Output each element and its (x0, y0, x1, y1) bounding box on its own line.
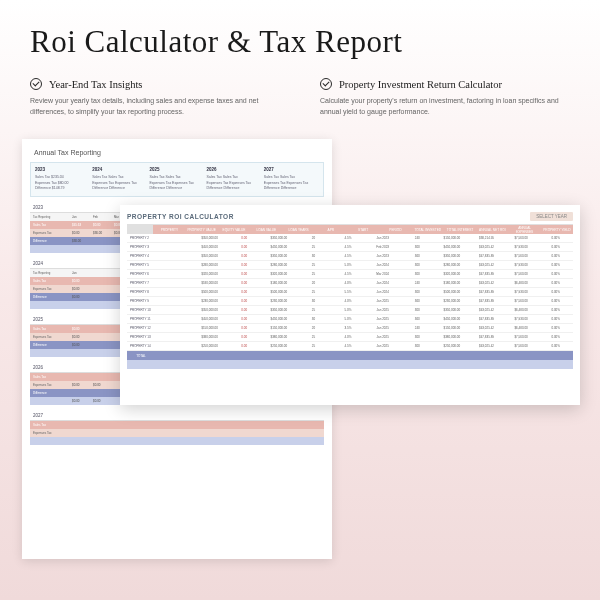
feature-roi-calculator: Property Investment Return Calculator Ca… (320, 78, 570, 117)
page-title: Roi Calculator & Tax Report (30, 24, 570, 60)
table-row: PROPERTY 13$380,000.000.00$380,000.00254… (127, 333, 573, 342)
column-header: APR (315, 228, 347, 232)
table-row: PROPERTY 5$280,000.000.00$280,000.00255.… (127, 261, 573, 270)
column-header: PROPERTY (153, 228, 185, 232)
column-header: ANNUAL EXPENSES (509, 226, 541, 234)
table-row: PROPERTY 9$230,000.000.00$230,000.00304.… (127, 297, 573, 306)
sheet-title: Annual Tax Reporting (30, 147, 324, 158)
table-row (30, 437, 324, 445)
roi-table: PROPERTYPROPERTY VALUEEQUITY VALUELOAN V… (127, 224, 573, 369)
check-icon (320, 78, 332, 90)
year-summary-strip: 2023Sales Tax $235.04Expenses Tax $80.00… (30, 162, 324, 197)
feature-title: Property Investment Return Calculator (339, 79, 502, 90)
features-row: Year-End Tax Insights Review your yearly… (0, 78, 600, 117)
year-block: 2027Sales TaxExpenses Tax (30, 411, 324, 445)
table-row: PROPERTY 7$180,000.000.00$180,000.00204.… (127, 279, 573, 288)
feature-desc: Calculate your property's return on inve… (320, 96, 570, 117)
table-row: Expenses Tax (30, 429, 324, 437)
roi-totals-row (127, 360, 573, 369)
select-year-button[interactable]: SELECT YEAR (530, 212, 573, 221)
column-header: START (347, 228, 379, 232)
year-summary-col: 2024Sales Tax Sales TaxExpenses Tax Expe… (92, 167, 147, 192)
check-icon (30, 78, 42, 90)
table-row: PROPERTY 2$350,000.000.00$350,000.00204.… (127, 234, 573, 243)
table-row: PROPERTY 10$350,000.000.00$350,000.00255… (127, 306, 573, 315)
table-row: PROPERTY 11$450,000.000.00$450,000.00305… (127, 315, 573, 324)
column-header: EQUITY VALUE (218, 228, 250, 232)
year-summary-col: 2023Sales Tax $235.04Expenses Tax $80.00… (35, 167, 90, 192)
year-summary-col: 2026Sales Tax Sales TaxExpenses Tax Expe… (207, 167, 262, 192)
column-header: LOAN YEARS (282, 228, 314, 232)
mockup-area: Annual Tax Reporting 2023Sales Tax $235.… (0, 139, 600, 579)
table-row: PROPERTY 3$450,000.000.00$450,000.00254.… (127, 243, 573, 252)
table-row: PROPERTY 4$350,000.000.00$350,000.00304.… (127, 252, 573, 261)
column-header: TOTAL INTEREST (444, 228, 476, 232)
column-header: LOAN VALUE (250, 228, 282, 232)
column-header (127, 225, 153, 234)
feature-tax-insights: Year-End Tax Insights Review your yearly… (30, 78, 280, 117)
roi-table-header: PROPERTYPROPERTY VALUEEQUITY VALUELOAN V… (127, 225, 573, 234)
table-row: Sales Tax (30, 421, 324, 429)
column-header: PROPERTY VALUE (186, 228, 218, 232)
table-row: PROPERTY 8$500,000.000.00$500,000.00255.… (127, 288, 573, 297)
roi-calculator-sheet: PROPERTY ROI CALCULATOR SELECT YEAR PROP… (120, 205, 580, 405)
column-header: PERIOD (379, 228, 411, 232)
column-header: ANNUAL NET ROI (476, 228, 508, 232)
roi-totals-row: TOTAL (127, 351, 573, 360)
table-row: PROPERTY 6$320,000.000.00$320,000.00254.… (127, 270, 573, 279)
column-header: PROPERTY YIELD (541, 228, 573, 232)
feature-desc: Review your yearly tax details, includin… (30, 96, 280, 117)
sheet-title: PROPERTY ROI CALCULATOR (127, 213, 234, 220)
year-summary-col: 2025Sales Tax Sales TaxExpenses Tax Expe… (149, 167, 204, 192)
feature-title: Year-End Tax Insights (49, 79, 142, 90)
column-header: TOTAL INVESTED (412, 228, 444, 232)
year-summary-col: 2027Sales Tax Sales TaxExpenses Tax Expe… (264, 167, 319, 192)
table-row: PROPERTY 14$250,000.000.00$250,000.00254… (127, 342, 573, 351)
table-row: PROPERTY 12$150,000.000.00$150,000.00203… (127, 324, 573, 333)
